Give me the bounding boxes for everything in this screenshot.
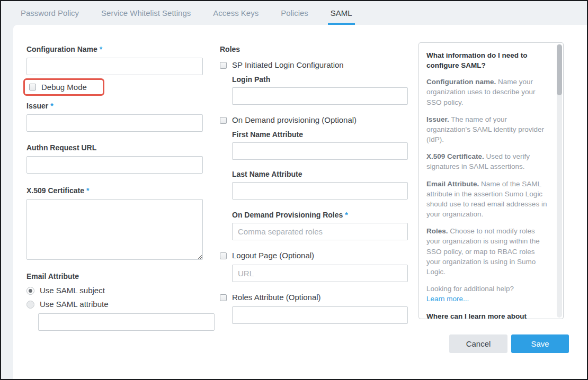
help-paragraph-x509: X.509 Certificate. Used to verify signat…: [426, 151, 549, 171]
help-lead-x509: X.509 Certificate.: [426, 152, 484, 160]
sp-initiated-login-option[interactable]: SP Initiated Login Configuration: [220, 60, 396, 70]
cancel-button[interactable]: Cancel: [449, 334, 507, 353]
tab-policies[interactable]: Policies: [270, 1, 319, 25]
help-panel-scrollbar-track[interactable]: [557, 44, 562, 318]
help-paragraph-roles: Roles. Choose to not modify roles your o…: [426, 226, 549, 277]
last-name-attribute-label: Last Name Attribute: [232, 170, 398, 179]
help-panel: What information do I need to configure …: [418, 42, 564, 319]
middle-column: Roles SP Initiated Login Configuration L…: [220, 25, 396, 324]
help-question-1: What information do I need to configure …: [426, 50, 549, 70]
save-button[interactable]: Save: [511, 334, 569, 353]
required-asterisk: *: [86, 186, 89, 195]
email-attribute-label: Email Attribute: [26, 272, 203, 281]
x509-certificate-label-text: X.509 Certificate: [26, 186, 84, 195]
use-saml-attribute-option[interactable]: Use SAML attribute: [26, 300, 203, 309]
issuer-label-text: Issuer: [26, 102, 48, 110]
sp-initiated-login-label: SP Initiated Login Configuration: [232, 60, 344, 70]
x509-certificate-textarea[interactable]: [26, 199, 203, 260]
configuration-name-input[interactable]: [26, 58, 203, 75]
required-asterisk: *: [100, 45, 102, 53]
learn-more-link[interactable]: Learn more...: [426, 294, 469, 304]
help-paragraph-issuer: Issuer. The name of your organization's …: [426, 114, 549, 144]
help-panel-content: What information do I need to configure …: [426, 48, 549, 319]
tab-access-keys[interactable]: Access Keys: [202, 1, 270, 25]
footer-buttons: Cancel Save: [449, 334, 569, 353]
on-demand-provisioning-roles-label: On Demand Provisioning Roles*: [232, 211, 398, 220]
x509-certificate-label: X.509 Certificate*: [26, 186, 203, 195]
roles-attribute-option[interactable]: Roles Attribute (Optional): [220, 293, 396, 302]
settings-tabbar: Password Policy Service Whitelist Settin…: [1, 1, 587, 25]
debug-mode-highlight-box: Debug Mode: [23, 78, 104, 96]
on-demand-provisioning-checkbox[interactable]: [220, 117, 227, 124]
left-column: Configuration Name* Debug Mode Issuer* A…: [26, 25, 203, 331]
sp-initiated-login-checkbox[interactable]: [220, 62, 227, 69]
debug-mode-checkbox[interactable]: [29, 84, 36, 91]
help-paragraph-email-attribute: Email Attribute. Name of the SAML attrib…: [426, 179, 549, 220]
saml-attribute-input[interactable]: [38, 313, 215, 331]
roles-attribute-label: Roles Attribute (Optional): [232, 293, 321, 302]
authn-request-url-input[interactable]: [26, 156, 203, 174]
last-name-attribute-input[interactable]: [232, 182, 408, 200]
configuration-name-label: Configuration Name*: [26, 45, 203, 54]
help-lead-issuer: Issuer.: [426, 115, 449, 123]
on-demand-provisioning-option[interactable]: On Demand provisioning (Optional): [220, 115, 396, 125]
roles-attribute-input[interactable]: [232, 306, 408, 324]
help-additional-help-line: Looking for additional help?: [426, 284, 549, 294]
required-asterisk: *: [50, 102, 53, 110]
configuration-name-label-text: Configuration Name: [26, 45, 97, 53]
use-saml-subject-label: Use SAML subject: [40, 286, 105, 295]
help-lead-configuration-name: Configuration name.: [426, 78, 496, 86]
use-saml-subject-option[interactable]: Use SAML subject: [26, 286, 203, 295]
logout-page-option[interactable]: Logout Page (Optional): [220, 251, 396, 260]
logout-page-label: Logout Page (Optional): [232, 251, 314, 260]
help-question-2: Where can I learn more about optional SA…: [426, 311, 549, 319]
login-path-label: Login Path: [232, 75, 398, 84]
use-saml-attribute-radio[interactable]: [26, 301, 34, 309]
logout-page-checkbox[interactable]: [220, 252, 227, 259]
saml-settings-page: { "tabs": { "items": [ { "label": "Passw…: [0, 0, 588, 380]
first-name-attribute-input[interactable]: [232, 142, 408, 160]
first-name-attribute-label: First Name Attribute: [232, 130, 398, 139]
tab-service-whitelist-settings[interactable]: Service Whitelist Settings: [90, 1, 202, 25]
help-lead-roles: Roles.: [426, 227, 448, 235]
tab-saml[interactable]: SAML: [319, 1, 363, 25]
help-lead-email-attribute: Email Attribute.: [426, 180, 479, 188]
on-demand-provisioning-roles-label-text: On Demand Provisioning Roles: [232, 211, 343, 219]
tab-password-policy[interactable]: Password Policy: [10, 1, 90, 25]
required-asterisk: *: [345, 211, 348, 219]
authn-request-url-label: Authn Request URL: [26, 143, 203, 152]
issuer-input[interactable]: [26, 114, 203, 132]
on-demand-provisioning-roles-input[interactable]: [232, 223, 408, 240]
use-saml-attribute-label: Use SAML attribute: [40, 300, 109, 309]
login-path-input[interactable]: [232, 87, 408, 105]
roles-heading: Roles: [220, 45, 396, 54]
logout-page-input[interactable]: [232, 265, 408, 282]
on-demand-provisioning-label: On Demand provisioning (Optional): [232, 115, 357, 125]
issuer-label: Issuer*: [26, 102, 203, 111]
help-paragraph-configuration-name: Configuration name. Name your organizati…: [426, 77, 549, 107]
saml-config-card: Configuration Name* Debug Mode Issuer* A…: [13, 25, 587, 379]
use-saml-subject-radio[interactable]: [26, 287, 34, 295]
debug-mode-label: Debug Mode: [41, 83, 87, 92]
debug-mode-annotation-wrap: Debug Mode: [26, 78, 203, 96]
roles-attribute-checkbox[interactable]: [220, 294, 227, 301]
help-panel-scrollbar-thumb[interactable]: [557, 44, 562, 95]
